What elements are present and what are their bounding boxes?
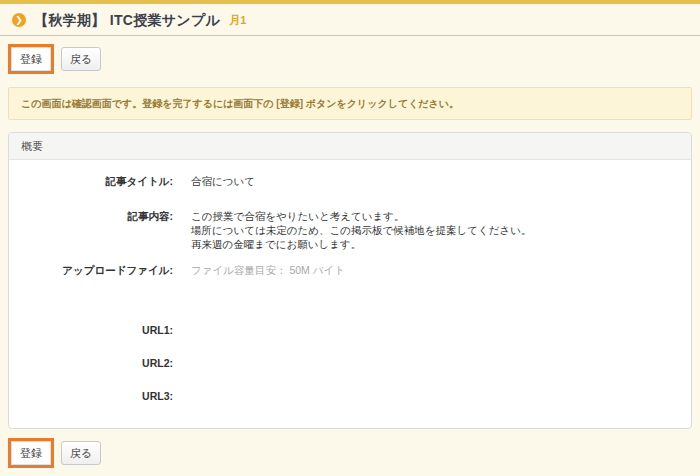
article-body-label: 記事内容: bbox=[25, 209, 173, 251]
field-row-url2: URL2: bbox=[25, 356, 675, 370]
register-button-bottom[interactable]: 登録 bbox=[11, 441, 51, 465]
top-toolbar: 登録 戻る bbox=[8, 44, 692, 74]
field-row-article-body: 記事内容: この授業で合宿をやりたいと考えています。 場所については未定のため、… bbox=[25, 209, 675, 251]
register-button-highlight: 登録 bbox=[8, 44, 54, 74]
page-title: 【秋学期】 ITC授業サンプル bbox=[34, 12, 220, 28]
summary-panel-header: 概要 bbox=[9, 133, 691, 160]
url1-label: URL1: bbox=[25, 323, 173, 337]
article-title-label: 記事タイトル: bbox=[25, 174, 173, 188]
register-button-bottom-highlight: 登録 bbox=[8, 438, 54, 468]
chevron-right-icon: ❯ bbox=[12, 13, 26, 27]
url2-label: URL2: bbox=[25, 356, 173, 370]
field-row-url3: URL3: bbox=[25, 389, 675, 403]
summary-panel-body: 記事タイトル: 合宿について 記事内容: この授業で合宿をやりたいと考えています… bbox=[9, 160, 691, 428]
url3-label: URL3: bbox=[25, 389, 173, 403]
summary-panel: 概要 記事タイトル: 合宿について 記事内容: この授業で合宿をやりたいと考えて… bbox=[8, 132, 692, 429]
page-header: ❯ 【秋学期】 ITC授業サンプル 月1 bbox=[0, 4, 700, 36]
field-row-upload-file: アップロードファイル: ファイル容量目安： 50M バイト bbox=[25, 263, 675, 277]
register-button[interactable]: 登録 bbox=[11, 47, 51, 71]
field-row-article-title: 記事タイトル: 合宿について bbox=[25, 174, 675, 188]
bottom-toolbar: 登録 戻る bbox=[8, 438, 692, 468]
article-body-value: この授業で合宿をやりたいと考えています。 場所については未定のため、この掲示板で… bbox=[191, 209, 531, 251]
confirmation-notice: この画面は確認画面です。登録を完了するには画面下の [登録] ボタンをクリックし… bbox=[8, 87, 692, 120]
upload-file-note: ファイル容量目安： 50M バイト bbox=[191, 263, 345, 277]
article-title-value: 合宿について bbox=[191, 174, 255, 188]
field-row-url1: URL1: bbox=[25, 323, 675, 337]
back-button-bottom[interactable]: 戻る bbox=[61, 441, 101, 465]
upload-file-label: アップロードファイル: bbox=[25, 263, 173, 277]
back-button[interactable]: 戻る bbox=[61, 47, 101, 71]
course-period-badge: 月1 bbox=[229, 12, 246, 28]
